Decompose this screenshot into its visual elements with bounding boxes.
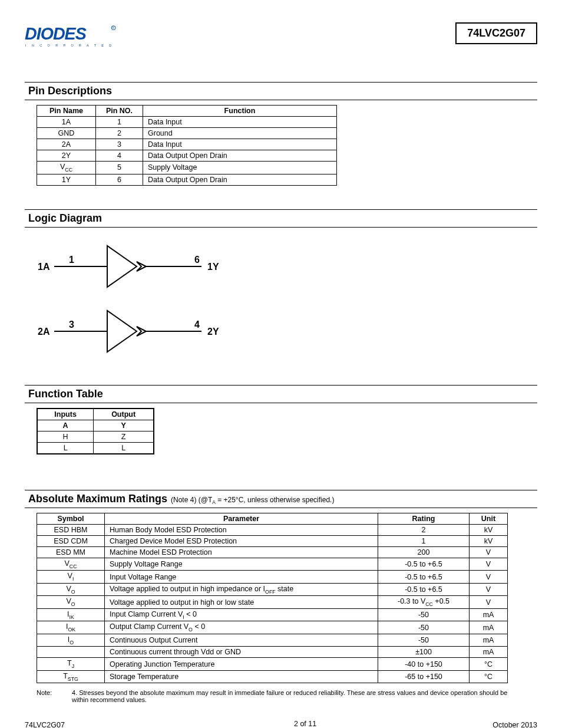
svg-marker-10 — [137, 327, 146, 336]
pin-descriptions-table: Pin Name Pin NO. Function 1A1Data Input … — [37, 105, 337, 186]
amr-heading: Absolute Maximum Ratings — [28, 493, 167, 505]
section-title-pin-descriptions: Pin Descriptions — [25, 83, 537, 100]
label-2y: 2Y — [207, 327, 219, 337]
amr-condition: (Note 4) (@TA = +25°C, unless otherwise … — [171, 496, 334, 505]
svg-marker-5 — [107, 246, 137, 287]
table-row: HZ — [37, 431, 154, 442]
function-table: InputsOutput AY HZ LL — [37, 408, 154, 454]
label-2a: 2A — [38, 327, 50, 337]
table-row: VOVoltage applied to output in high impe… — [37, 583, 508, 596]
svg-text:I N C O R P O R A T E D: I N C O R P O R A T E D — [25, 44, 114, 47]
table-row: LL — [37, 442, 154, 454]
logic-diagram: 1A 1 6 1Y 2A 3 4 2Y — [37, 237, 537, 368]
label-pin6: 6 — [194, 255, 200, 265]
svg-text:DIODES: DIODES — [25, 24, 87, 43]
label-1a: 1A — [38, 262, 50, 272]
table-row: 2A3Data Input — [37, 139, 337, 150]
table-row: IOContinuous Output Current-50mA — [37, 634, 508, 647]
label-pin4: 4 — [194, 319, 200, 330]
note-text: 4. Stresses beyond the absolute maximum … — [72, 689, 508, 703]
section-title-function-table: Function Table — [25, 386, 537, 403]
part-number-box: 74LVC2G07 — [455, 22, 537, 44]
table-row: GND2Ground — [37, 128, 337, 139]
svg-marker-6 — [137, 262, 146, 271]
footer-center: 2 of 11 www.diodes.com — [275, 720, 335, 728]
table-row: 2Y4Data Output Open Drain — [37, 150, 337, 162]
section-title-logic-diagram: Logic Diagram — [25, 210, 537, 228]
table-row: VCC5Supply Voltage — [37, 162, 337, 174]
footer-right: October 2013 © Diodes Incorporated — [472, 721, 537, 728]
table-row: 1A1Data Input — [37, 117, 337, 128]
footer-left: 74LVC2G07 Document number: DS35162 Rev. … — [25, 721, 138, 728]
table-row: IOKOutput Clamp Current VO < 0-50mA — [37, 621, 508, 634]
table-row: VCCSupply Voltage Range-0.5 to +6.5V — [37, 558, 508, 571]
table-row: VOVoltage applied to output in high or l… — [37, 596, 508, 609]
diodes-logo: DIODES R I N C O R P O R A T E D — [25, 22, 118, 54]
amr-note: Note: 4. Stresses beyond the absolute ma… — [37, 689, 508, 703]
table-row: Continuous current through Vdd or GND±10… — [37, 647, 508, 658]
note-label: Note: — [37, 689, 59, 703]
amr-table: Symbol Parameter Rating Unit ESD HBMHuma… — [37, 513, 508, 684]
pin-th-name: Pin Name — [37, 106, 96, 117]
vcc-cell: VCC — [37, 162, 96, 174]
table-row: ESD MMMachine Model ESD Protection200V — [37, 546, 508, 558]
table-row: ESD CDMCharged Device Model ESD Protecti… — [37, 535, 508, 546]
page-header: DIODES R I N C O R P O R A T E D 74LVC2G… — [25, 22, 537, 54]
table-row: IIKInput Clamp Current VI < 0-50mA — [37, 608, 508, 621]
label-pin3: 3 — [69, 319, 74, 330]
table-row: TJOperating Junction Temperature-40 to +… — [37, 658, 508, 671]
svg-text:R: R — [113, 27, 114, 29]
table-row: TSTGStorage Temperature-65 to +150°C — [37, 670, 508, 683]
svg-marker-9 — [107, 311, 137, 352]
label-1y: 1Y — [207, 262, 219, 272]
label-pin1: 1 — [69, 255, 74, 265]
pin-th-func: Function — [143, 106, 337, 117]
table-row: ESD HBMHuman Body Model ESD Protection2k… — [37, 524, 508, 535]
section-title-amr: Absolute Maximum Ratings (Note 4) (@TA =… — [25, 490, 537, 508]
pin-th-no: Pin NO. — [96, 106, 143, 117]
page-footer: 74LVC2G07 Document number: DS35162 Rev. … — [25, 720, 537, 728]
table-row: 1Y6Data Output Open Drain — [37, 174, 337, 185]
table-row: VIInput Voltage Range-0.5 to +6.5V — [37, 571, 508, 584]
